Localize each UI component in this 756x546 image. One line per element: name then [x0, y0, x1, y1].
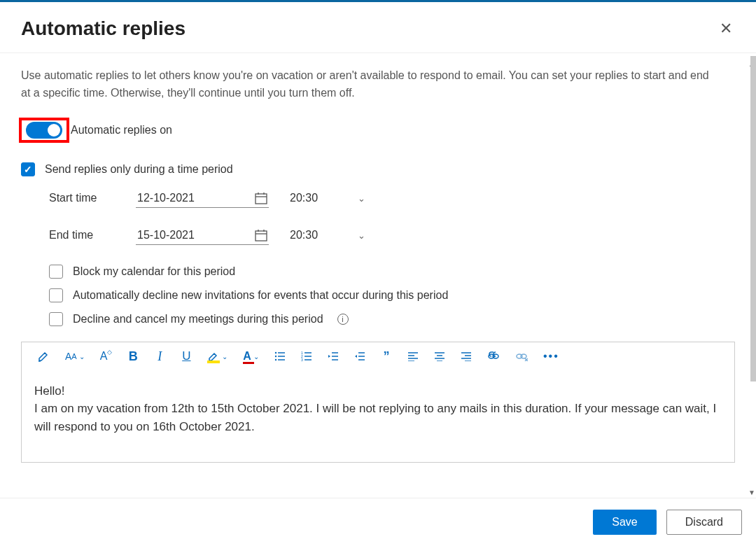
end-date-value: 15-10-2021 — [137, 229, 195, 241]
auto-decline-label: Automatically decline new invitations fo… — [73, 289, 448, 302]
save-button[interactable]: Save — [593, 510, 656, 535]
underline-button[interactable]: U — [181, 349, 192, 363]
start-time-value: 20:30 — [290, 192, 318, 204]
quote-icon[interactable]: ” — [381, 349, 392, 364]
start-date-value: 12-10-2021 — [137, 192, 195, 204]
numbered-list-icon[interactable]: 123 — [301, 351, 312, 361]
editor-line-2: I am on my vacation from 12th to 15th Oc… — [34, 400, 722, 435]
time-grid: Start time 12-10-2021 20:30 ⌄ End time 1… — [49, 189, 735, 245]
highlight-button[interactable]: ⌄ — [207, 351, 227, 362]
align-left-icon[interactable] — [407, 351, 419, 361]
block-calendar-checkbox[interactable] — [49, 265, 63, 279]
format-painter-icon[interactable] — [37, 350, 50, 363]
start-time-row: Start time 12-10-2021 20:30 ⌄ — [49, 189, 735, 208]
chevron-down-icon: ⌄ — [358, 193, 365, 204]
time-period-checkbox-row: Send replies only during a time period — [21, 162, 735, 176]
svg-point-14 — [275, 352, 276, 354]
decline-cancel-checkbox[interactable] — [49, 312, 63, 326]
font-color-button[interactable]: A⌄ — [243, 350, 259, 363]
block-calendar-row: Block my calendar for this period — [49, 265, 735, 279]
panel-body: Use automatic replies to let others know… — [0, 53, 756, 489]
decline-cancel-label: Decline and cancel my meetings during th… — [73, 313, 323, 326]
end-date-input[interactable]: 15-10-2021 — [136, 226, 269, 245]
svg-point-47 — [521, 354, 526, 358]
start-time-label: Start time — [49, 192, 119, 204]
info-icon[interactable]: i — [337, 314, 349, 325]
svg-text:3: 3 — [301, 358, 303, 361]
italic-button[interactable]: I — [154, 349, 165, 364]
link-icon[interactable] — [487, 351, 500, 361]
description-text: Use automatic replies to let others know… — [21, 67, 721, 102]
bold-button[interactable]: B — [127, 349, 139, 364]
auto-decline-row: Automatically decline new invitations fo… — [49, 288, 735, 302]
chevron-down-icon: ⌄ — [358, 230, 365, 241]
toggle-highlight-box — [19, 118, 69, 143]
editor-content[interactable]: Hello! I am on my vacation from 12th to … — [22, 371, 734, 462]
time-period-checkbox-label: Send replies only during a time period — [45, 163, 233, 176]
calendar-icon — [255, 229, 267, 241]
panel-footer: Save Discard — [0, 498, 756, 546]
auto-replies-toggle-label: Automatic replies on — [71, 124, 172, 136]
end-time-dropdown[interactable]: 20:30 ⌄ — [286, 226, 370, 244]
end-time-value: 20:30 — [290, 229, 318, 241]
svg-rect-0 — [255, 194, 267, 204]
bullet-list-icon[interactable] — [274, 351, 286, 361]
start-date-input[interactable]: 12-10-2021 — [136, 189, 269, 208]
scroll-down-arrow[interactable]: ▼ — [748, 489, 755, 496]
sub-options: Block my calendar for this period Automa… — [49, 265, 735, 326]
align-center-icon[interactable] — [434, 351, 445, 361]
panel-header: Automatic replies ✕ — [0, 2, 756, 53]
svg-point-18 — [275, 359, 276, 360]
more-options-icon[interactable]: ••• — [543, 350, 559, 363]
svg-rect-10 — [255, 231, 267, 241]
scrollbar-thumb[interactable] — [750, 56, 756, 382]
remove-link-icon[interactable] — [515, 351, 528, 361]
decrease-indent-icon[interactable] — [328, 351, 339, 361]
align-right-icon[interactable] — [461, 351, 472, 361]
panel-title: Automatic replies — [21, 18, 186, 40]
auto-replies-toggle-row: Automatic replies on — [19, 118, 735, 143]
toggle-knob — [48, 124, 60, 136]
time-period-checkbox[interactable] — [21, 162, 35, 176]
end-time-label: End time — [49, 229, 119, 241]
auto-replies-toggle[interactable] — [26, 122, 62, 139]
calendar-icon — [255, 192, 267, 204]
editor-line-1: Hello! — [34, 382, 722, 400]
end-time-row: End time 15-10-2021 20:30 ⌄ — [49, 226, 735, 245]
discard-button[interactable]: Discard — [666, 510, 742, 535]
svg-point-16 — [275, 356, 276, 357]
increase-indent-icon[interactable] — [354, 351, 365, 361]
close-icon[interactable]: ✕ — [717, 18, 735, 39]
auto-decline-checkbox[interactable] — [49, 288, 63, 302]
reply-editor: AA⌄ A◇ B I U ⌄ A⌄ 123 — [21, 342, 735, 463]
block-calendar-label: Block my calendar for this period — [73, 265, 235, 278]
font-size-icon[interactable]: A◇ — [100, 350, 113, 363]
font-family-icon[interactable]: AA⌄ — [65, 351, 85, 362]
start-time-dropdown[interactable]: 20:30 ⌄ — [286, 189, 370, 207]
decline-cancel-row: Decline and cancel my meetings during th… — [49, 312, 735, 326]
editor-toolbar: AA⌄ A◇ B I U ⌄ A⌄ 123 — [22, 342, 734, 371]
